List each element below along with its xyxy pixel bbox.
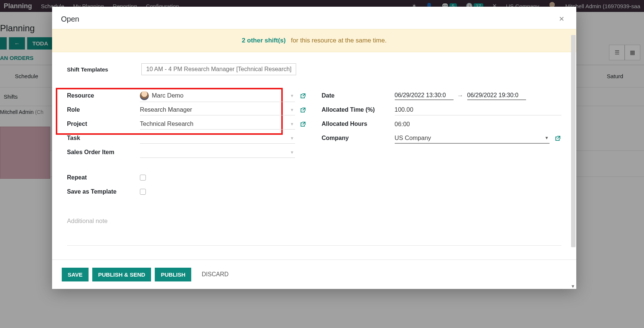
save-as-template-label: Save as Template — [67, 188, 138, 195]
allocated-hours-label: Allocated Hours — [322, 121, 393, 127]
task-label: Task — [67, 135, 138, 141]
allocated-hours-value: 06:00 — [395, 121, 410, 128]
publish-send-button[interactable]: PUBLISH & SEND — [92, 268, 151, 281]
scrollbar-thumb[interactable] — [571, 35, 576, 247]
chevron-down-icon[interactable]: ▼ — [290, 108, 294, 112]
shift-templates-label: Shift Templates — [67, 66, 138, 73]
chevron-down-icon[interactable]: ▼ — [290, 136, 294, 140]
external-link-icon[interactable] — [554, 136, 561, 141]
role-label: Role — [67, 106, 138, 113]
chevron-down-icon[interactable]: ▼ — [290, 93, 294, 98]
date-from-field[interactable]: 06/29/2022 13:30:0 — [395, 91, 454, 100]
allocated-hours-field: 06:00 — [395, 118, 562, 130]
company-field[interactable]: US Company ▼ — [395, 133, 550, 144]
shift-template-chip[interactable]: 10 AM - 4 PM Research Manager [Technical… — [141, 63, 296, 75]
right-column: Date 06/29/2022 13:30:0 → 06/29/2022 19:… — [322, 89, 562, 199]
external-link-icon[interactable] — [299, 121, 307, 127]
scroll-down-icon[interactable]: ▼ — [570, 284, 576, 289]
shift-modal: Open ✕ 2 other shift(s) for this resourc… — [52, 7, 576, 289]
modal-body: Shift Templates 10 AM - 4 PM Research Ma… — [52, 52, 576, 259]
arrow-right-icon: → — [457, 92, 464, 99]
external-link-icon[interactable] — [299, 93, 307, 99]
resource-field[interactable]: Marc Demo ▼ — [140, 90, 295, 102]
note-placeholder: Additional note — [67, 217, 108, 224]
discard-button[interactable]: DISCARD — [195, 267, 234, 281]
conflict-link[interactable]: 2 other shift(s) — [242, 37, 286, 44]
project-field[interactable]: Technical Research ▼ — [140, 118, 295, 130]
date-to-field[interactable]: 06/29/2022 19:30:0 — [467, 91, 526, 100]
company-value: US Company — [395, 134, 431, 141]
chevron-down-icon[interactable]: ▼ — [290, 122, 294, 126]
save-as-template-checkbox[interactable] — [140, 189, 146, 195]
left-column: Resource Marc Demo ▼ Role Research Manag… — [67, 89, 307, 199]
chevron-down-icon[interactable]: ▼ — [290, 150, 294, 155]
publish-button[interactable]: PUBLISH — [155, 268, 191, 281]
role-value: Research Manager — [140, 106, 192, 113]
modal-title: Open — [61, 15, 79, 23]
close-icon[interactable]: ✕ — [556, 13, 567, 25]
conflict-warning: 2 other shift(s) for this resource at th… — [52, 29, 576, 52]
allocated-time-value: 100.00 — [395, 106, 413, 113]
role-field[interactable]: Research Manager ▼ — [140, 104, 295, 115]
chevron-down-icon[interactable]: ▼ — [545, 136, 549, 140]
project-label: Project — [67, 121, 138, 127]
date-label: Date — [322, 92, 393, 99]
save-button[interactable]: SAVE — [62, 268, 89, 281]
resource-value: Marc Demo — [152, 92, 183, 99]
resource-avatar — [140, 91, 149, 100]
resource-label: Resource — [67, 92, 138, 99]
repeat-label: Repeat — [67, 174, 138, 181]
sales-order-item-field[interactable]: ▼ — [140, 147, 295, 158]
sales-order-item-label: Sales Order Item — [67, 149, 138, 156]
allocated-time-label: Allocated Time (%) — [322, 106, 393, 113]
additional-note-field[interactable]: Additional note — [67, 217, 561, 246]
allocated-time-field[interactable]: 100.00 — [395, 104, 562, 115]
project-value: Technical Research — [140, 120, 193, 127]
company-label: Company — [322, 135, 393, 141]
modal-footer: SAVE PUBLISH & SEND PUBLISH DISCARD — [52, 259, 576, 289]
modal-header: Open ✕ — [52, 7, 576, 29]
repeat-checkbox[interactable] — [140, 175, 146, 181]
task-field[interactable]: ▼ — [140, 133, 295, 144]
conflict-text: for this resource at the same time. — [289, 37, 387, 44]
external-link-icon[interactable] — [299, 107, 307, 113]
